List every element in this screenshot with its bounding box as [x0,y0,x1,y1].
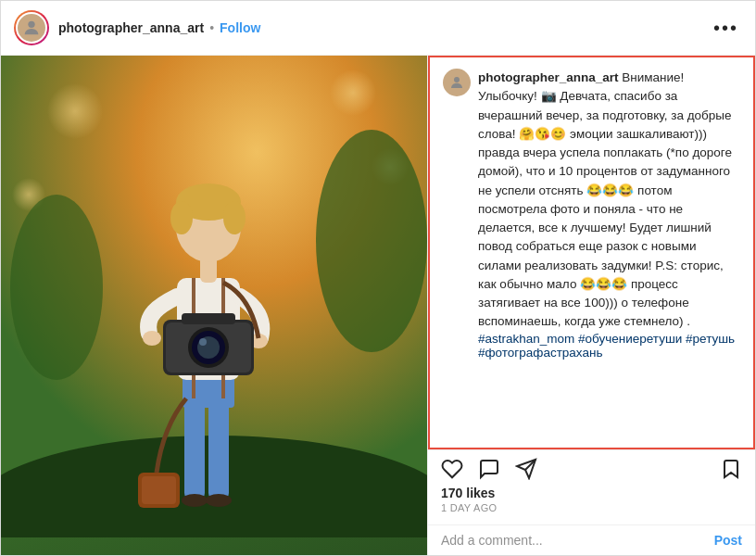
post-body: photographer_anna_art Внимание! Улыбочку… [1,56,755,555]
post-header: photographer_anna_art • Follow ••• [1,1,755,56]
caption-person-icon [448,74,465,91]
photo-illustration [1,56,427,537]
svg-point-11 [182,494,208,507]
caption-main-text: Внимание! Улыбочку! 📷 Девчата, спасибо з… [478,70,732,328]
svg-point-27 [170,201,193,234]
svg-point-31 [454,77,460,82]
comment-button[interactable] [478,458,500,480]
caption-text: photographer_anna_art Внимание! Улыбочку… [478,69,740,332]
caption-avatar [443,69,471,96]
comment-icon [478,458,500,480]
svg-point-4 [330,70,376,116]
caption-body: photographer_anna_art Внимание! Улыбочку… [478,69,740,360]
caption-hashtags: #astrakhan_mom #обучениеретуши #ретушь #… [478,332,740,360]
caption-username: photographer_anna_art [478,70,619,84]
comment-input-area: Post [428,524,755,555]
svg-point-28 [223,201,246,234]
like-button[interactable] [441,458,463,480]
heart-icon [441,458,463,480]
svg-point-22 [199,338,207,346]
person-icon [21,18,42,38]
avatar [16,12,47,44]
post-image [1,56,427,555]
header-username: photographer_anna_art [58,20,204,35]
post-right-panel: photographer_anna_art Внимание! Улыбочку… [427,56,755,555]
bookmark-button[interactable] [720,458,742,480]
svg-rect-30 [142,476,176,504]
share-button[interactable] [515,458,537,480]
avatar-gradient-ring [14,10,49,45]
follow-button[interactable]: Follow [220,20,260,35]
header-dot: • [209,20,214,35]
post-comment-button[interactable]: Post [714,533,742,548]
bookmark-icon [720,458,742,480]
post-date: 1 DAY AGO [441,502,742,513]
comment-input[interactable] [441,533,714,548]
caption-area: photographer_anna_art Внимание! Улыбочку… [428,56,755,449]
svg-point-0 [28,21,34,28]
action-icons [441,458,742,480]
more-options-button[interactable]: ••• [710,18,742,39]
svg-point-3 [47,83,103,139]
share-icon [515,458,537,480]
svg-point-12 [206,494,232,507]
action-bar: 170 likes 1 DAY AGO [428,449,755,524]
svg-rect-9 [184,398,205,500]
svg-point-15 [143,331,161,346]
likes-count: 170 likes [441,486,742,500]
svg-point-7 [316,130,427,352]
svg-point-8 [10,195,103,380]
svg-rect-23 [182,313,235,324]
svg-rect-10 [208,398,229,500]
caption-header: photographer_anna_art Внимание! Улыбочку… [443,69,740,360]
